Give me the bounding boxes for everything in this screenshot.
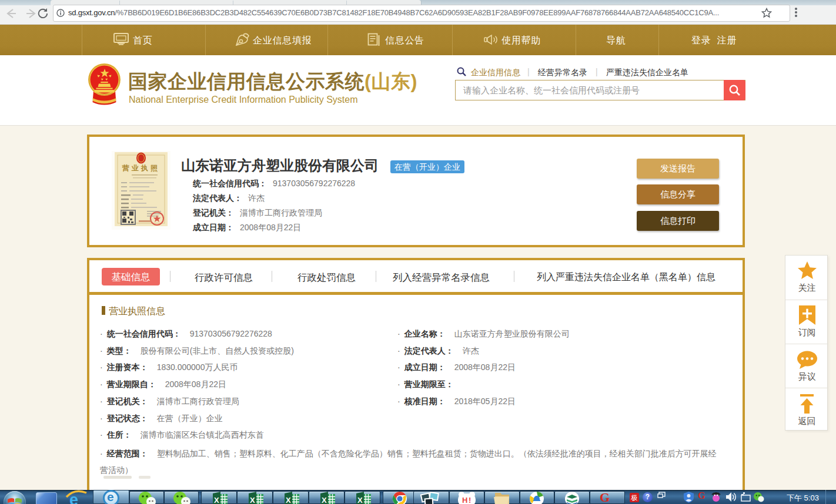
svg-text:X: X	[250, 496, 255, 504]
svg-text:X: X	[322, 496, 327, 504]
svg-text:!: !	[469, 496, 471, 504]
svg-text:X: X	[357, 496, 363, 504]
svg-text:H: H	[462, 496, 467, 504]
svg-text:X: X	[286, 496, 291, 504]
svg-text:营业执照: 营业执照	[122, 164, 160, 172]
svg-text:X: X	[214, 496, 219, 504]
